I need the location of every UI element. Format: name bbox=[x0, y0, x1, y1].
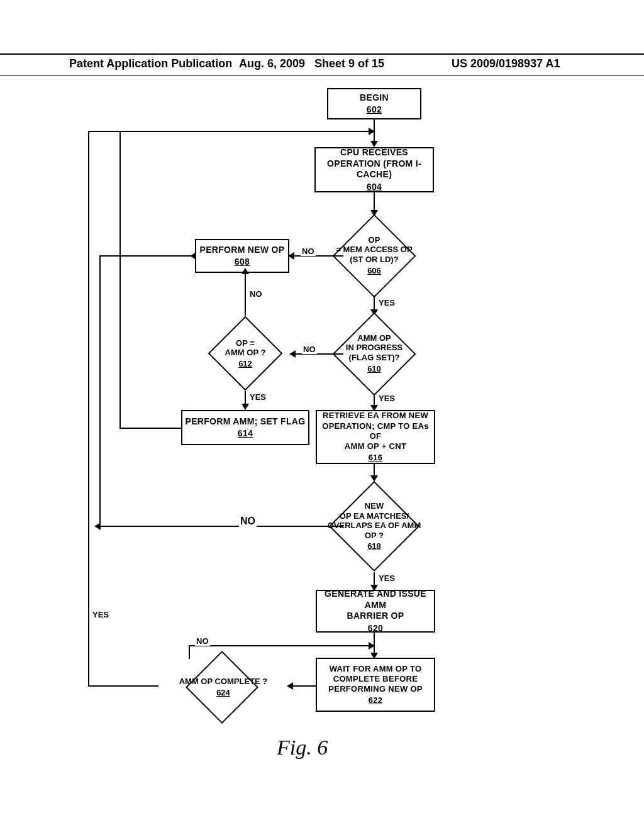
node-retrv-l1: RETRIEVE EA FROM NEW bbox=[323, 411, 428, 421]
node-isamm-ref: 612 bbox=[238, 359, 252, 369]
node-begin: BEGIN 602 bbox=[327, 88, 421, 119]
node-inprog-l1: AMM OP bbox=[357, 333, 391, 343]
edge bbox=[189, 645, 375, 646]
node-match-l2: OP EA MATCHES/ bbox=[340, 511, 409, 521]
node-isamm-l1: OP = bbox=[236, 338, 255, 348]
label-no: NO bbox=[239, 516, 257, 527]
node-gen-ref: 620 bbox=[368, 623, 383, 634]
node-isamm-l2: AMM OP ? bbox=[225, 348, 266, 358]
label-no: NO bbox=[195, 636, 210, 646]
node-wait-l3: PERFORMING NEW OP bbox=[328, 684, 423, 694]
node-comp-ref: 624 bbox=[216, 688, 230, 698]
node-comp-text: AMM OP COMPLETE ? bbox=[179, 677, 268, 687]
node-doamm: PERFORM AMM; SET FLAG 614 bbox=[181, 410, 309, 445]
node-retrv-l2: OPERATION; CMP TO EAs OF bbox=[317, 421, 434, 442]
edge bbox=[119, 428, 181, 429]
node-retrv-l3: AMM OP + CNT bbox=[345, 441, 406, 451]
header-pubno: US 2009/0198937 A1 bbox=[452, 57, 560, 70]
edge bbox=[119, 131, 121, 257]
node-retrv: RETRIEVE EA FROM NEW OPERATION; CMP TO E… bbox=[316, 410, 435, 464]
label-yes: YES bbox=[248, 392, 267, 402]
header-rule bbox=[0, 75, 644, 76]
node-inprog-l2: IN PROGRESS bbox=[346, 343, 402, 353]
node-isamm: OP = AMM OP ? 612 bbox=[195, 316, 296, 391]
label-yes: YES bbox=[377, 298, 396, 307]
node-match-ref: 618 bbox=[367, 541, 381, 551]
flowchart-canvas: BEGIN 602 CPU RECEIVES OPERATION (FROM I… bbox=[0, 82, 644, 805]
edge bbox=[119, 255, 121, 429]
edge bbox=[88, 131, 89, 687]
node-recv: CPU RECEIVES OPERATION (FROM I-CACHE) 60… bbox=[314, 147, 434, 192]
arrowhead bbox=[242, 404, 249, 410]
node-inprog-ref: 610 bbox=[367, 364, 381, 374]
node-newop-ref: 608 bbox=[235, 257, 250, 268]
label-no: NO bbox=[301, 246, 316, 256]
edge bbox=[99, 526, 343, 527]
edge bbox=[119, 255, 195, 257]
label-yes: YES bbox=[377, 394, 396, 403]
node-wait-l1: WAIT FOR AMM OP TO bbox=[330, 664, 422, 674]
figure-caption: Fig. 6 bbox=[277, 736, 328, 760]
header-date-text: Aug. 6, 2009 bbox=[239, 57, 305, 70]
node-comp: AMM OP COMPLETE ? 624 bbox=[157, 653, 289, 722]
node-gen: GENERATE AND ISSUE AMM BARRIER OP 620 bbox=[316, 590, 435, 633]
node-ismem-l3: (ST OR LD)? bbox=[350, 255, 398, 265]
edge bbox=[88, 685, 158, 687]
edge bbox=[189, 645, 190, 659]
edge bbox=[99, 255, 101, 527]
node-wait-l2: COMPLETE BEFORE bbox=[333, 674, 418, 684]
arrowhead bbox=[370, 141, 378, 147]
edge bbox=[374, 192, 375, 211]
label-yes: YES bbox=[91, 610, 110, 619]
edge bbox=[245, 273, 246, 316]
header-left: Patent Application Publication bbox=[69, 57, 232, 70]
arrowhead bbox=[94, 523, 101, 530]
edge bbox=[374, 633, 375, 655]
header-sheet: Sheet 9 of 15 bbox=[314, 57, 384, 70]
node-begin-text: BEGIN bbox=[360, 92, 389, 104]
node-newop-text: PERFORM NEW OP bbox=[200, 245, 285, 256]
node-doamm-text: PERFORM AMM; SET FLAG bbox=[186, 416, 306, 428]
node-match-l1: NEW bbox=[365, 501, 384, 511]
node-begin-ref: 602 bbox=[367, 104, 382, 116]
node-gen-l1: GENERATE AND ISSUE AMM bbox=[317, 589, 434, 611]
node-retrv-ref: 616 bbox=[369, 453, 383, 463]
label-no: NO bbox=[248, 289, 264, 299]
node-recv-ref: 604 bbox=[367, 182, 382, 193]
page-header: Patent Application Publication Aug. 6, 2… bbox=[0, 53, 644, 57]
node-wait-ref: 622 bbox=[369, 695, 383, 706]
node-wait: WAIT FOR AMM OP TO COMPLETE BEFORE PERFO… bbox=[316, 658, 435, 712]
node-match-l4: OP ? bbox=[365, 531, 384, 541]
edge bbox=[292, 685, 316, 687]
arrowhead bbox=[369, 128, 375, 135]
label-yes: YES bbox=[377, 573, 396, 583]
edge bbox=[88, 131, 119, 132]
node-gen-l2: BARRIER OP bbox=[347, 611, 404, 622]
label-no: NO bbox=[302, 345, 317, 354]
edge bbox=[99, 255, 119, 257]
node-ismem-ref: 606 bbox=[367, 266, 381, 276]
node-ismem-l1: OP bbox=[369, 235, 380, 245]
node-recv-text: CPU RECEIVES OPERATION (FROM I-CACHE) bbox=[316, 147, 433, 180]
node-ismem-l2: = MEM ACCESS OP bbox=[336, 245, 412, 255]
edge bbox=[119, 131, 220, 132]
node-inprog-l3: (FLAG SET)? bbox=[349, 353, 400, 363]
arrowhead bbox=[242, 268, 249, 274]
arrowhead bbox=[190, 252, 196, 260]
edge bbox=[220, 131, 375, 132]
node-doamm-ref: 614 bbox=[238, 428, 253, 440]
header-date: Aug. 6, 2009 Sheet 9 of 15 bbox=[239, 57, 384, 70]
